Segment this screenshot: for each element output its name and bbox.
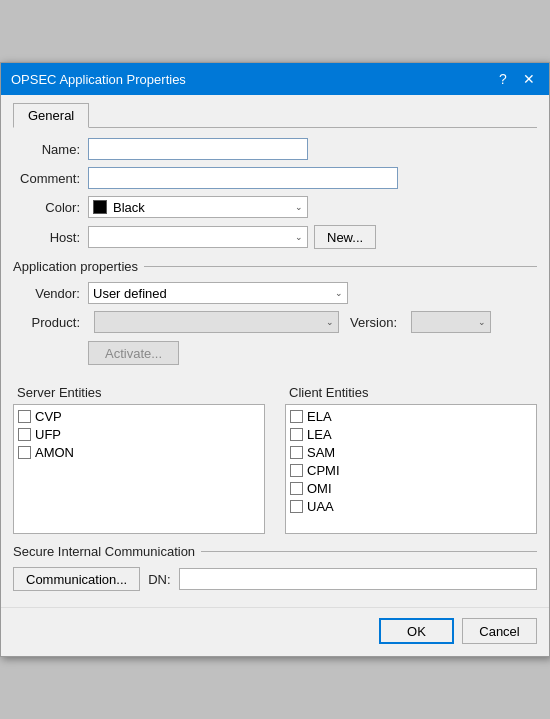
host-controls: ⌄ New...	[88, 225, 376, 249]
ok-button[interactable]: OK	[379, 618, 454, 644]
sic-section: Secure Internal Communication Communicat…	[13, 544, 537, 591]
activate-row: Activate...	[13, 341, 537, 375]
cvp-label: CVP	[35, 409, 62, 424]
version-label: Version:	[345, 315, 405, 330]
list-item: UAA	[290, 499, 532, 514]
client-entities-group: Client Entities ELA LEA SAM	[285, 385, 537, 534]
amon-checkbox[interactable]	[18, 446, 31, 459]
name-input[interactable]	[88, 138, 308, 160]
uaa-checkbox[interactable]	[290, 500, 303, 513]
vendor-label: Vendor:	[13, 286, 88, 301]
vendor-row: Vendor: User defined ⌄	[13, 282, 537, 304]
sic-section-header: Secure Internal Communication	[13, 544, 537, 559]
color-value: Black	[113, 200, 145, 215]
dialog-footer: OK Cancel	[1, 607, 549, 656]
sam-label: SAM	[307, 445, 335, 460]
dn-row: Communication... DN:	[13, 567, 537, 591]
host-select[interactable]: ⌄	[88, 226, 308, 248]
entities-section: Server Entities CVP UFP AMON	[13, 385, 537, 534]
product-row: Product: ⌄ Version: ⌄	[13, 311, 537, 333]
title-bar: OPSEC Application Properties ? ✕	[1, 63, 549, 95]
section-divider	[144, 266, 537, 267]
sic-divider	[201, 551, 537, 552]
color-chevron-icon: ⌄	[295, 202, 303, 212]
lea-checkbox[interactable]	[290, 428, 303, 441]
client-entities-list: ELA LEA SAM CPMI	[285, 404, 537, 534]
activate-button[interactable]: Activate...	[88, 341, 179, 365]
sam-checkbox[interactable]	[290, 446, 303, 459]
comment-row: Comment:	[13, 167, 537, 189]
vendor-value: User defined	[93, 286, 167, 301]
cpmi-checkbox[interactable]	[290, 464, 303, 477]
version-select: ⌄	[411, 311, 491, 333]
ela-checkbox[interactable]	[290, 410, 303, 423]
list-item: AMON	[18, 445, 260, 460]
dn-label: DN:	[148, 572, 170, 587]
host-chevron-icon: ⌄	[295, 232, 303, 242]
list-item: ELA	[290, 409, 532, 424]
client-entities-label: Client Entities	[289, 385, 537, 400]
app-properties-label: Application properties	[13, 259, 138, 274]
uaa-label: UAA	[307, 499, 334, 514]
ela-label: ELA	[307, 409, 332, 424]
host-row: Host: ⌄ New...	[13, 225, 537, 249]
lea-label: LEA	[307, 427, 332, 442]
product-chevron-icon: ⌄	[326, 317, 334, 327]
close-button[interactable]: ✕	[519, 69, 539, 89]
vendor-select[interactable]: User defined ⌄	[88, 282, 348, 304]
list-item: CVP	[18, 409, 260, 424]
communication-button[interactable]: Communication...	[13, 567, 140, 591]
list-item: UFP	[18, 427, 260, 442]
product-select: ⌄	[94, 311, 339, 333]
help-button[interactable]: ?	[493, 69, 513, 89]
list-item: LEA	[290, 427, 532, 442]
comment-label: Comment:	[13, 171, 88, 186]
color-swatch	[93, 200, 107, 214]
list-item: SAM	[290, 445, 532, 460]
color-label: Color:	[13, 200, 88, 215]
server-entities-list: CVP UFP AMON	[13, 404, 265, 534]
dialog-window: OPSEC Application Properties ? ✕ General…	[0, 62, 550, 657]
ufp-label: UFP	[35, 427, 61, 442]
tab-bar: General	[13, 103, 537, 128]
comment-input[interactable]	[88, 167, 398, 189]
name-label: Name:	[13, 142, 88, 157]
title-bar-buttons: ? ✕	[493, 69, 539, 89]
name-row: Name:	[13, 138, 537, 160]
product-label: Product:	[13, 315, 88, 330]
server-entities-label: Server Entities	[17, 385, 265, 400]
server-entities-group: Server Entities CVP UFP AMON	[13, 385, 265, 534]
dn-input[interactable]	[179, 568, 537, 590]
ufp-checkbox[interactable]	[18, 428, 31, 441]
dialog-title: OPSEC Application Properties	[11, 72, 186, 87]
app-properties-section-header: Application properties	[13, 259, 537, 274]
list-item: OMI	[290, 481, 532, 496]
new-host-button[interactable]: New...	[314, 225, 376, 249]
cvp-checkbox[interactable]	[18, 410, 31, 423]
amon-label: AMON	[35, 445, 74, 460]
dialog-body: General Name: Comment: Color: Black ⌄ Ho…	[1, 95, 549, 603]
cpmi-label: CPMI	[307, 463, 340, 478]
vendor-chevron-icon: ⌄	[335, 288, 343, 298]
color-select[interactable]: Black ⌄	[88, 196, 308, 218]
color-row: Color: Black ⌄	[13, 196, 537, 218]
tab-general[interactable]: General	[13, 103, 89, 128]
version-chevron-icon: ⌄	[478, 317, 486, 327]
list-item: CPMI	[290, 463, 532, 478]
host-label: Host:	[13, 230, 88, 245]
sic-label: Secure Internal Communication	[13, 544, 195, 559]
omi-checkbox[interactable]	[290, 482, 303, 495]
cancel-button[interactable]: Cancel	[462, 618, 537, 644]
omi-label: OMI	[307, 481, 332, 496]
